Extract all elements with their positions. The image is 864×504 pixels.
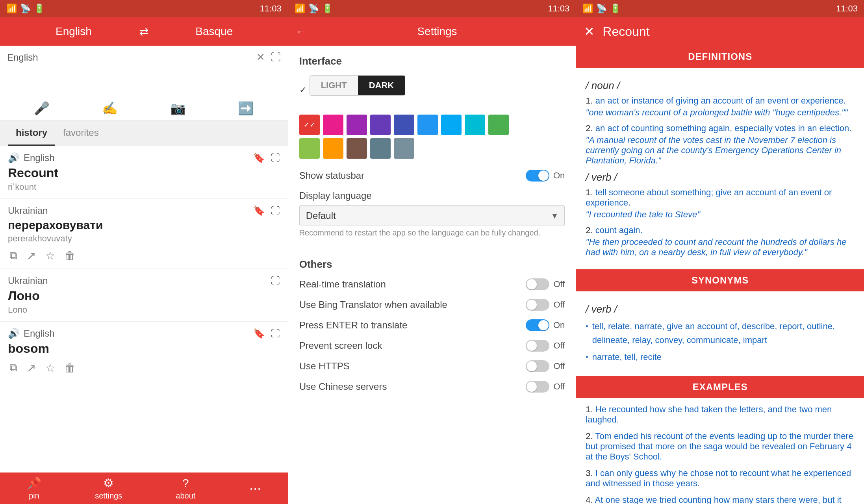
color-light-green[interactable] bbox=[299, 138, 320, 159]
settings-header: ← Settings bbox=[288, 17, 576, 46]
enter-translate-toggle[interactable] bbox=[526, 319, 549, 331]
delete-button[interactable]: 🗑 bbox=[65, 361, 76, 374]
https-toggle[interactable] bbox=[526, 360, 549, 372]
translator-header: English ⇄ Basque bbox=[0, 17, 288, 46]
noun-def-example-2: "A manual recount of the votes cast in t… bbox=[586, 135, 855, 166]
example-2: 2. Tom ended his recount of the events l… bbox=[586, 431, 855, 462]
color-pink[interactable] bbox=[323, 115, 343, 135]
swap-language-button[interactable]: ⇄ bbox=[139, 25, 148, 38]
history-lang-label: English bbox=[24, 328, 55, 339]
nav-settings[interactable]: ⚙ settings bbox=[95, 476, 122, 500]
color-indigo[interactable] bbox=[394, 115, 414, 135]
pin-icon: 📌 bbox=[27, 476, 41, 490]
status-bar-left-1: 📶 📡 🔋 bbox=[6, 4, 44, 14]
action-bar: 🎤 ✍️ 📷 ➡️ bbox=[0, 96, 288, 121]
screen-lock-toggle[interactable] bbox=[526, 340, 549, 352]
synonyms-verb-label: / verb / bbox=[586, 303, 855, 315]
bookmark-icon[interactable]: 🔖 bbox=[253, 328, 265, 339]
example-text-3: I can only guess why he chose not to rec… bbox=[586, 468, 851, 488]
status-time-3: 11:03 bbox=[836, 4, 858, 14]
color-blue-grey[interactable] bbox=[370, 138, 391, 159]
color-grey[interactable] bbox=[394, 138, 414, 159]
input-area: English ✕ ⛶ bbox=[0, 46, 288, 96]
settings-divider bbox=[299, 247, 565, 247]
status-bar-1: 📶 📡 🔋 11:03 bbox=[0, 0, 288, 17]
screen-lock-status: Off bbox=[553, 341, 565, 351]
toggle-knob bbox=[527, 300, 537, 310]
tab-history[interactable]: history bbox=[8, 121, 55, 146]
color-blue[interactable] bbox=[417, 115, 438, 135]
example-1: 1. He recounted how she had taken the le… bbox=[586, 404, 855, 425]
input-action-icons: ✕ ⛶ bbox=[256, 51, 281, 63]
copy-button[interactable]: ⧉ bbox=[9, 249, 17, 262]
definitions-noun-section: / noun / 1. an act or instance of giving… bbox=[576, 68, 864, 269]
wifi-icon-2: 📡 bbox=[308, 4, 319, 14]
chinese-servers-status: Off bbox=[553, 382, 565, 392]
display-language-select-wrapper: Default ▼ bbox=[299, 205, 565, 226]
fullscreen-icon[interactable]: ⛶ bbox=[271, 328, 280, 339]
history-item-actions: ⧉ ↗ ☆ 🗑 bbox=[8, 249, 280, 262]
star-button[interactable]: ☆ bbox=[45, 249, 55, 262]
speaker-icon[interactable]: 🔊 bbox=[8, 328, 20, 339]
dictionary-title: Recount bbox=[603, 24, 649, 39]
noun-def-num-1: 1. bbox=[586, 96, 595, 106]
chinese-servers-toggle[interactable] bbox=[526, 381, 549, 393]
dictionary-panel: 📶 📡 🔋 11:03 ✕ Recount DEFINITIONS / noun… bbox=[576, 0, 864, 504]
color-deep-purple[interactable] bbox=[370, 115, 391, 135]
tab-favorites[interactable]: favorites bbox=[55, 121, 107, 146]
back-button[interactable]: ← bbox=[296, 26, 306, 38]
toggle-knob bbox=[527, 382, 537, 392]
nav-pin[interactable]: 📌 pin bbox=[27, 476, 41, 500]
bing-toggle[interactable] bbox=[526, 299, 549, 311]
fullscreen-icon[interactable]: ⛶ bbox=[271, 152, 280, 163]
light-theme-button[interactable]: LIGHT bbox=[310, 76, 358, 95]
translate-arrow-button[interactable]: ➡️ bbox=[238, 101, 254, 116]
statusbar-toggle[interactable] bbox=[526, 170, 549, 182]
verb-def-text-2: count again. bbox=[595, 225, 643, 235]
color-red[interactable]: ✓ bbox=[299, 115, 320, 135]
share-button[interactable]: ↗ bbox=[27, 249, 36, 262]
dark-theme-button[interactable]: DARK bbox=[358, 76, 405, 95]
fullscreen-icon[interactable]: ⛶ bbox=[271, 205, 280, 216]
screen-lock-toggle-row: Prevent screen lock Off bbox=[299, 340, 565, 352]
bookmark-icon[interactable]: 🔖 bbox=[253, 205, 265, 216]
share-button[interactable]: ↗ bbox=[27, 361, 36, 374]
fullscreen-button[interactable]: ⛶ bbox=[271, 51, 281, 63]
handwriting-button[interactable]: ✍️ bbox=[102, 101, 118, 116]
color-purple[interactable] bbox=[347, 115, 367, 135]
clear-input-button[interactable]: ✕ bbox=[256, 51, 265, 63]
camera-button[interactable]: 📷 bbox=[170, 101, 186, 116]
close-button[interactable]: ✕ bbox=[584, 24, 595, 39]
bookmark-icon[interactable]: 🔖 bbox=[253, 152, 265, 163]
light-check-icon: ✓ bbox=[299, 85, 306, 95]
speaker-icon[interactable]: 🔊 bbox=[8, 152, 20, 163]
copy-button[interactable]: ⧉ bbox=[9, 361, 17, 374]
others-section-title: Others bbox=[299, 258, 565, 271]
color-light-blue[interactable] bbox=[441, 115, 462, 135]
color-orange[interactable] bbox=[323, 138, 343, 159]
nav-about[interactable]: ? about bbox=[176, 476, 195, 500]
target-lang-label[interactable]: Basque bbox=[148, 25, 280, 38]
color-cyan[interactable] bbox=[465, 115, 485, 135]
history-item-header: Ukrainian 🔖 ⛶ bbox=[8, 205, 280, 216]
bullet-icon: • bbox=[586, 321, 588, 332]
definitions-section-header: DEFINITIONS bbox=[576, 46, 864, 68]
color-green[interactable] bbox=[488, 115, 509, 135]
nav-more[interactable]: ⋯ bbox=[249, 482, 261, 495]
history-item: Ukrainian 🔖 ⛶ перераховувати pererakhovu… bbox=[0, 199, 288, 269]
history-word: Лоно bbox=[8, 289, 280, 303]
settings-icon: ⚙ bbox=[103, 476, 114, 490]
color-brown[interactable] bbox=[347, 138, 367, 159]
bing-label: Use Bing Translator when available bbox=[299, 299, 447, 310]
nav-pin-label: pin bbox=[29, 491, 39, 500]
source-lang-label[interactable]: English bbox=[8, 25, 139, 38]
input-placeholder[interactable] bbox=[7, 67, 281, 90]
delete-button[interactable]: 🗑 bbox=[65, 249, 76, 262]
realtime-toggle[interactable] bbox=[526, 278, 549, 290]
status-time-1: 11:03 bbox=[260, 4, 282, 14]
more-icon: ⋯ bbox=[249, 482, 261, 495]
display-language-select[interactable]: Default bbox=[299, 205, 565, 226]
star-button[interactable]: ☆ bbox=[45, 361, 55, 374]
microphone-button[interactable]: 🎤 bbox=[34, 101, 50, 116]
fullscreen-icon[interactable]: ⛶ bbox=[271, 275, 280, 286]
